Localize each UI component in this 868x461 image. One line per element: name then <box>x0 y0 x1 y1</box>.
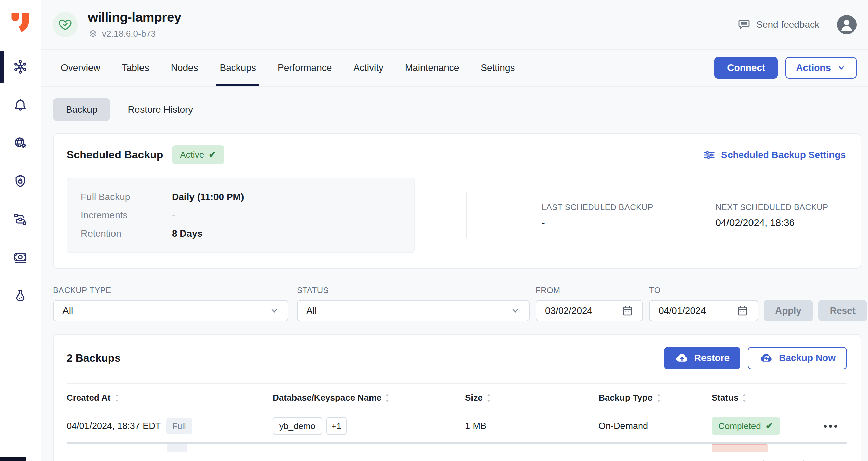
scheduled-backup-settings-link[interactable]: Scheduled Backup Settings <box>703 148 846 161</box>
column-backup-type[interactable]: Backup Type <box>598 392 712 403</box>
last-scheduled-value: - <box>542 217 653 228</box>
tab-maintenance[interactable]: Maintenance <box>394 50 470 86</box>
sidebar-item-billing[interactable] <box>0 247 41 268</box>
info-label: Full Backup <box>81 192 172 202</box>
tab-nodes[interactable]: Nodes <box>160 50 209 86</box>
tabs: Overview Tables Nodes Backups Performanc… <box>53 50 526 86</box>
settings-link-label: Scheduled Backup Settings <box>721 150 846 160</box>
restore-label: Restore <box>694 353 730 363</box>
scheduled-backup-header: Scheduled Backup Active ✔ Scheduled Back… <box>67 145 846 164</box>
subtab-restore-history[interactable]: Restore History <box>124 98 197 121</box>
column-created-at[interactable]: Created At <box>67 392 273 403</box>
user-avatar[interactable] <box>837 15 857 34</box>
tab-settings[interactable]: Settings <box>470 50 526 86</box>
next-page-button[interactable] <box>799 459 811 461</box>
tab-label: Maintenance <box>405 62 459 73</box>
created-at-value: 04/01/2024, 18:37 EDT <box>67 421 161 431</box>
table-row[interactable]: 04/01/2024, 18:37 EDT Full yb_demo +1 1 … <box>67 411 847 442</box>
backup-type-label: BACKUP TYPE <box>53 286 297 295</box>
table-row-partial[interactable] <box>67 444 847 452</box>
row-menu-button[interactable] <box>823 422 838 431</box>
sidebar-item-labs[interactable] <box>0 285 41 306</box>
column-label: Database/Keyspace Name <box>273 392 381 403</box>
calendar-icon <box>621 305 634 317</box>
completed-label: Completed <box>718 421 761 431</box>
tab-label: Backups <box>220 62 256 73</box>
info-label: Retention <box>81 228 172 239</box>
status-select[interactable]: All <box>297 300 530 321</box>
size-value: 1 MB <box>465 421 486 431</box>
actions-dropdown-button[interactable]: Actions <box>785 57 857 79</box>
info-value: Daily (11:00 PM) <box>172 192 244 202</box>
backups-table-header: 2 Backups Restore <box>67 347 847 369</box>
tab-activity[interactable]: Activity <box>342 50 394 86</box>
sort-icon <box>486 393 491 403</box>
restore-button[interactable]: Restore <box>664 347 740 369</box>
check-icon: ✔ <box>209 150 216 160</box>
previous-page-button[interactable] <box>757 459 768 461</box>
info-row-full-backup: Full Backup Daily (11:00 PM) <box>81 192 404 202</box>
page-title: willing-lamprey <box>88 10 181 25</box>
from-date-input[interactable]: 03/02/2024 <box>536 300 643 321</box>
active-indicator <box>0 51 4 83</box>
backup-subtabs: Backup Restore History <box>53 98 861 121</box>
column-keyspace[interactable]: Database/Keyspace Name <box>273 392 465 403</box>
flow-icon <box>13 212 28 227</box>
topbar-right: Send feedback <box>737 15 857 34</box>
tab-label: Overview <box>61 62 100 73</box>
cell-status: Completed ✔ <box>712 417 810 435</box>
sort-icon <box>114 393 120 403</box>
filter-status: STATUS All <box>297 286 536 321</box>
sidebar-item-integrations[interactable] <box>0 209 41 230</box>
tab-label: Activity <box>353 62 383 73</box>
column-status[interactable]: Status <box>712 392 810 403</box>
sidebar-bottom-strip <box>0 457 26 461</box>
heart-check-icon <box>58 17 73 32</box>
backup-type-value: On-Demand <box>598 421 648 431</box>
cloud-upload-icon <box>675 351 689 365</box>
connect-button[interactable]: Connect <box>714 57 778 79</box>
backup-now-label: Backup Now <box>779 353 836 363</box>
tab-overview[interactable]: Overview <box>53 50 111 86</box>
tab-backups[interactable]: Backups <box>209 50 267 86</box>
backup-type-select[interactable]: All <box>53 300 288 321</box>
sidebar-item-network[interactable] <box>0 132 41 154</box>
to-date-input[interactable]: 04/01/2024 <box>649 300 758 321</box>
column-label: Size <box>465 392 483 403</box>
tab-tables[interactable]: Tables <box>111 50 160 86</box>
cell-backup-type: On-Demand <box>598 421 712 431</box>
info-label: Increments <box>81 210 172 221</box>
scheduled-backup-body: Full Backup Daily (11:00 PM) Increments … <box>67 178 846 253</box>
last-scheduled-backup: LAST SCHEDULED BACKUP - <box>542 202 653 228</box>
apply-button[interactable]: Apply <box>764 300 813 321</box>
reset-button[interactable]: Reset <box>818 300 867 321</box>
app-window: willing-lamprey v2.18.6.0-b73 Send feedb… <box>0 0 868 461</box>
layers-icon <box>88 29 98 39</box>
to-label: TO <box>649 286 764 295</box>
full-backup-pill-partial <box>167 444 187 452</box>
bell-icon <box>13 98 28 112</box>
sidebar-item-clusters[interactable] <box>0 56 41 78</box>
subtab-backup[interactable]: Backup <box>53 98 110 121</box>
filter-backup-type: BACKUP TYPE All <box>53 286 297 321</box>
cluster-meta: willing-lamprey v2.18.6.0-b73 <box>88 10 181 39</box>
sidebar-item-alerts[interactable] <box>0 94 41 116</box>
send-feedback-label: Send feedback <box>756 19 819 30</box>
sidebar-item-security[interactable] <box>0 170 41 192</box>
backup-filters: BACKUP TYPE All STATUS All <box>53 286 861 321</box>
active-label: Active <box>180 150 204 160</box>
cluster-tabbar: Overview Tables Nodes Backups Performanc… <box>41 50 868 87</box>
table-pagination: Rows per page: 10 1-2 of 2 <box>67 459 847 461</box>
sort-icon <box>385 393 390 403</box>
tab-label: Settings <box>481 62 515 73</box>
column-label: Backup Type <box>598 392 653 403</box>
backup-now-button[interactable]: Backup Now <box>748 347 847 369</box>
column-size[interactable]: Size <box>465 392 598 403</box>
next-scheduled-label: NEXT SCHEDULED BACKUP <box>716 202 828 212</box>
globe-gear-icon <box>13 136 28 151</box>
send-feedback-button[interactable]: Send feedback <box>737 18 819 31</box>
keyspace-more-chip[interactable]: +1 <box>326 417 347 435</box>
user-icon <box>837 15 857 34</box>
vertical-divider <box>466 192 467 238</box>
tab-performance[interactable]: Performance <box>267 50 342 86</box>
